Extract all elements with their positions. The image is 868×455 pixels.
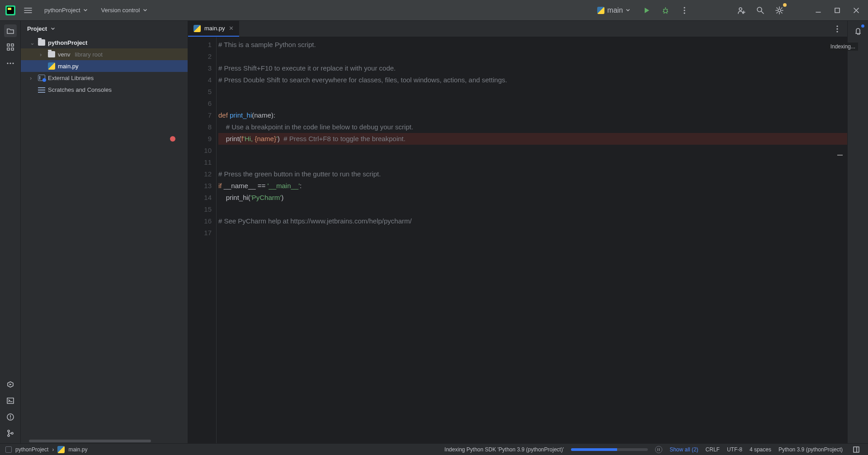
run-button[interactable]: [640, 4, 653, 17]
terminal-tool-button[interactable]: [4, 394, 17, 407]
svg-rect-15: [7, 398, 14, 403]
error-stripe-mark[interactable]: [837, 155, 843, 156]
left-tool-rail: [0, 21, 21, 443]
encoding-widget[interactable]: UTF-8: [727, 446, 742, 453]
right-tool-rail: [847, 21, 868, 443]
tree-root-label: pythonProject: [48, 39, 87, 46]
svg-point-6: [778, 9, 781, 12]
status-bar: pythonProject › main.py Indexing Python …: [0, 443, 868, 455]
svg-point-22: [836, 28, 838, 29]
workbench: Project ⌄ pythonProject › venv library r…: [0, 21, 868, 443]
window-maximize-button[interactable]: [831, 4, 844, 17]
project-panel-header[interactable]: Project: [21, 21, 188, 37]
breakpoint-icon[interactable]: 9: [188, 133, 212, 145]
run-config-dropdown[interactable]: main: [594, 5, 634, 16]
vcs-label: Version control: [101, 7, 140, 14]
project-dropdown[interactable]: pythonProject: [41, 5, 91, 15]
tree-root-project[interactable]: ⌄ pythonProject: [21, 37, 188, 48]
reader-mode-button[interactable]: [850, 443, 863, 455]
tree-venv-folder[interactable]: › venv library root: [21, 48, 188, 60]
project-name: pythonProject: [44, 7, 80, 14]
svg-point-14: [12, 62, 14, 64]
tree-venv-hint: library root: [75, 51, 102, 58]
tab-main-py[interactable]: main.py ✕: [188, 21, 239, 37]
main-menu-button[interactable]: [22, 4, 34, 17]
services-tool-button[interactable]: [4, 378, 17, 391]
crumb-project: pythonProject: [15, 446, 48, 453]
settings-update-dot-icon: [783, 3, 787, 7]
svg-point-4: [739, 8, 742, 10]
svg-point-17: [10, 418, 11, 419]
folder-icon: [48, 51, 55, 57]
scratches-icon: [38, 86, 45, 93]
svg-point-13: [9, 62, 11, 64]
code-with-me-button[interactable]: [735, 4, 748, 17]
title-bar: pythonProject Version control main: [0, 0, 868, 21]
svg-point-3: [684, 12, 685, 14]
debug-button[interactable]: [659, 4, 672, 17]
code-editor[interactable]: 12345678 9 1011121314151617 # This is a …: [188, 37, 847, 443]
crumb-file: main.py: [68, 446, 87, 453]
project-panel-title: Project: [27, 25, 47, 32]
tree-file-main[interactable]: main.py: [21, 60, 188, 72]
svg-point-2: [684, 9, 685, 11]
svg-point-12: [7, 62, 8, 64]
editor-tabs: main.py ✕: [188, 21, 847, 37]
tab-close-button[interactable]: ✕: [229, 25, 234, 32]
indexing-pill: Indexing...: [828, 43, 858, 51]
more-actions-button[interactable]: [678, 4, 691, 17]
python-file-icon: [193, 25, 201, 32]
indent-widget[interactable]: 4 spaces: [750, 446, 771, 453]
svg-point-21: [836, 25, 838, 27]
project-tree: ⌄ pythonProject › venv library root main…: [21, 37, 188, 439]
tree-scratches[interactable]: Scratches and Consoles: [21, 84, 188, 95]
library-icon: [38, 75, 45, 81]
python-file-icon: [48, 62, 55, 70]
python-file-icon: [57, 446, 65, 453]
vcs-tool-button[interactable]: [4, 427, 17, 440]
code-content[interactable]: # This is a sample Python script. # Pres…: [217, 37, 847, 443]
svg-rect-11: [11, 48, 14, 50]
tree-extlib-label: External Libraries: [48, 75, 94, 81]
project-panel-scrollbar[interactable]: [21, 439, 188, 443]
editor-tab-actions-button[interactable]: [831, 23, 844, 35]
editor-area: main.py ✕ 12345678 9 1011121314151617 # …: [188, 21, 847, 443]
show-all-tasks-link[interactable]: Show all (2): [670, 446, 698, 453]
settings-button[interactable]: [773, 4, 786, 17]
notification-dot-icon: [861, 24, 864, 28]
search-everywhere-button[interactable]: [754, 4, 767, 17]
svg-rect-7: [835, 8, 840, 13]
run-config-name: main: [607, 6, 623, 14]
indexing-progress-bar: [571, 448, 648, 451]
notifications-button[interactable]: [852, 24, 864, 37]
tree-scratches-label: Scratches and Consoles: [48, 86, 112, 93]
tab-label: main.py: [204, 25, 225, 32]
problems-tool-button[interactable]: [4, 411, 17, 423]
project-tool-button[interactable]: [4, 24, 17, 37]
chevron-right-icon: ›: [52, 446, 54, 453]
svg-rect-9: [11, 44, 14, 46]
more-tools-button[interactable]: [4, 57, 17, 70]
python-file-icon: [597, 7, 604, 14]
app-logo-icon: [5, 5, 15, 15]
svg-point-1: [684, 7, 685, 8]
tree-file-label: main.py: [58, 63, 79, 70]
tree-venv-label: venv: [58, 51, 70, 58]
svg-rect-24: [854, 447, 859, 452]
interpreter-widget[interactable]: Python 3.9 (pythonProject): [778, 446, 843, 453]
project-panel: Project ⌄ pythonProject › venv library r…: [21, 21, 188, 443]
window-minimize-button[interactable]: [812, 4, 825, 17]
tree-external-libraries[interactable]: › External Libraries: [21, 72, 188, 84]
svg-rect-10: [7, 48, 9, 50]
indexing-pause-button[interactable]: II: [655, 446, 662, 453]
editor-gutter[interactable]: 12345678 9 1011121314151617: [188, 37, 216, 443]
folder-icon: [38, 39, 45, 46]
svg-point-23: [836, 31, 838, 32]
vcs-dropdown[interactable]: Version control: [98, 5, 151, 15]
indexing-status-text: Indexing Python SDK 'Python 3.9 (pythonP…: [444, 446, 564, 453]
navigation-breadcrumb[interactable]: pythonProject › main.py: [5, 446, 87, 453]
window-close-button[interactable]: [850, 4, 863, 17]
structure-tool-button[interactable]: [4, 41, 17, 53]
module-icon: [5, 446, 12, 453]
line-separator-widget[interactable]: CRLF: [706, 446, 720, 453]
